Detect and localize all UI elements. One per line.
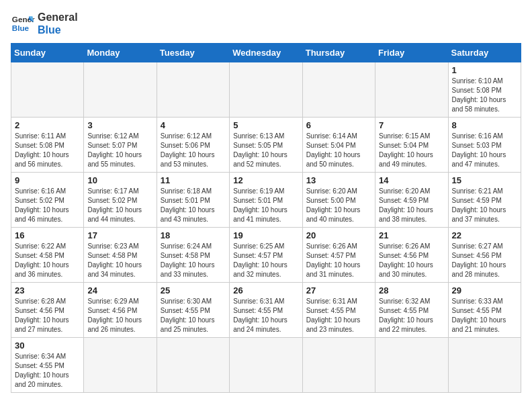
- calendar-cell: [157, 338, 229, 393]
- day-info: Sunrise: 6:12 AM Sunset: 5:06 PM Dayligh…: [161, 132, 226, 169]
- day-number: 14: [379, 175, 444, 185]
- day-info: Sunrise: 6:29 AM Sunset: 4:56 PM Dayligh…: [87, 297, 152, 334]
- calendar-cell: [84, 338, 157, 393]
- calendar-cell: 13Sunrise: 6:20 AM Sunset: 5:00 PM Dayli…: [302, 173, 375, 228]
- weekday-header-sunday: Sunday: [11, 44, 84, 62]
- calendar-cell: 19Sunrise: 6:25 AM Sunset: 4:57 PM Dayli…: [230, 228, 302, 283]
- day-number: 17: [87, 230, 152, 240]
- calendar-cell: 15Sunrise: 6:21 AM Sunset: 4:59 PM Dayli…: [448, 173, 521, 228]
- calendar-cell: 11Sunrise: 6:18 AM Sunset: 5:01 PM Dayli…: [157, 173, 229, 228]
- day-number: 13: [306, 175, 371, 185]
- day-info: Sunrise: 6:27 AM Sunset: 4:56 PM Dayligh…: [452, 242, 517, 279]
- day-number: 2: [15, 120, 80, 130]
- weekday-header-wednesday: Wednesday: [230, 44, 302, 62]
- calendar-cell: 4Sunrise: 6:12 AM Sunset: 5:06 PM Daylig…: [157, 118, 229, 173]
- day-number: 25: [161, 285, 226, 295]
- calendar-cell: 5Sunrise: 6:13 AM Sunset: 5:05 PM Daylig…: [230, 118, 302, 173]
- day-info: Sunrise: 6:34 AM Sunset: 4:55 PM Dayligh…: [15, 352, 80, 390]
- calendar-cell: [84, 62, 157, 118]
- day-info: Sunrise: 6:20 AM Sunset: 4:59 PM Dayligh…: [379, 187, 444, 224]
- day-info: Sunrise: 6:26 AM Sunset: 4:57 PM Dayligh…: [306, 242, 371, 279]
- calendar-cell: 2Sunrise: 6:11 AM Sunset: 5:08 PM Daylig…: [11, 118, 84, 173]
- calendar-cell: 30Sunrise: 6:34 AM Sunset: 4:55 PM Dayli…: [11, 338, 84, 393]
- calendar-cell: 18Sunrise: 6:24 AM Sunset: 4:58 PM Dayli…: [157, 228, 229, 283]
- day-info: Sunrise: 6:16 AM Sunset: 5:02 PM Dayligh…: [15, 187, 80, 224]
- calendar-cell: [375, 338, 448, 393]
- day-number: 15: [452, 175, 517, 185]
- day-number: 16: [15, 230, 80, 240]
- day-number: 11: [161, 175, 226, 185]
- day-number: 8: [452, 120, 517, 130]
- calendar-cell: 20Sunrise: 6:26 AM Sunset: 4:57 PM Dayli…: [302, 228, 375, 283]
- calendar-cell: 10Sunrise: 6:17 AM Sunset: 5:02 PM Dayli…: [84, 173, 157, 228]
- day-info: Sunrise: 6:24 AM Sunset: 4:58 PM Dayligh…: [161, 242, 226, 279]
- calendar-cell: 9Sunrise: 6:16 AM Sunset: 5:02 PM Daylig…: [11, 173, 84, 228]
- day-info: Sunrise: 6:18 AM Sunset: 5:01 PM Dayligh…: [161, 187, 226, 224]
- day-info: Sunrise: 6:11 AM Sunset: 5:08 PM Dayligh…: [15, 132, 80, 169]
- day-info: Sunrise: 6:32 AM Sunset: 4:55 PM Dayligh…: [379, 297, 444, 334]
- day-number: 20: [306, 230, 371, 240]
- day-info: Sunrise: 6:25 AM Sunset: 4:57 PM Dayligh…: [233, 242, 298, 279]
- day-number: 28: [379, 285, 444, 295]
- calendar-cell: 23Sunrise: 6:28 AM Sunset: 4:56 PM Dayli…: [11, 283, 84, 338]
- day-info: Sunrise: 6:31 AM Sunset: 4:55 PM Dayligh…: [306, 297, 371, 334]
- day-info: Sunrise: 6:13 AM Sunset: 5:05 PM Dayligh…: [233, 132, 298, 169]
- logo-blue: Blue: [38, 24, 78, 36]
- calendar-cell: 26Sunrise: 6:31 AM Sunset: 4:55 PM Dayli…: [230, 283, 302, 338]
- calendar-cell: 27Sunrise: 6:31 AM Sunset: 4:55 PM Dayli…: [302, 283, 375, 338]
- calendar-cell: [448, 338, 521, 393]
- day-number: 7: [379, 120, 444, 130]
- logo-icon: General Blue: [11, 11, 35, 36]
- calendar-cell: 24Sunrise: 6:29 AM Sunset: 4:56 PM Dayli…: [84, 283, 157, 338]
- calendar-cell: 17Sunrise: 6:23 AM Sunset: 4:58 PM Dayli…: [84, 228, 157, 283]
- calendar-cell: [230, 338, 302, 393]
- day-number: 21: [379, 230, 444, 240]
- calendar-cell: 25Sunrise: 6:30 AM Sunset: 4:55 PM Dayli…: [157, 283, 229, 338]
- day-number: 12: [233, 175, 298, 185]
- logo: General Blue General Blue: [11, 11, 78, 36]
- day-number: 9: [15, 175, 80, 185]
- day-info: Sunrise: 6:33 AM Sunset: 4:55 PM Dayligh…: [452, 297, 517, 334]
- calendar: SundayMondayTuesdayWednesdayThursdayFrid…: [11, 43, 521, 393]
- weekday-header-thursday: Thursday: [302, 44, 375, 62]
- calendar-cell: 14Sunrise: 6:20 AM Sunset: 4:59 PM Dayli…: [375, 173, 448, 228]
- calendar-row-0: 1Sunrise: 6:10 AM Sunset: 5:08 PM Daylig…: [11, 62, 521, 118]
- calendar-cell: 28Sunrise: 6:32 AM Sunset: 4:55 PM Dayli…: [375, 283, 448, 338]
- svg-text:Blue: Blue: [12, 24, 30, 32]
- calendar-row-1: 2Sunrise: 6:11 AM Sunset: 5:08 PM Daylig…: [11, 118, 521, 173]
- calendar-row-3: 16Sunrise: 6:22 AM Sunset: 4:58 PM Dayli…: [11, 228, 521, 283]
- day-number: 4: [161, 120, 226, 130]
- weekday-header-saturday: Saturday: [448, 44, 521, 62]
- day-number: 19: [233, 230, 298, 240]
- calendar-cell: [302, 338, 375, 393]
- weekday-header-row: SundayMondayTuesdayWednesdayThursdayFrid…: [11, 44, 521, 62]
- calendar-cell: [157, 62, 229, 118]
- day-number: 3: [87, 120, 152, 130]
- header: General Blue General Blue: [11, 11, 521, 36]
- calendar-cell: [302, 62, 375, 118]
- day-info: Sunrise: 6:26 AM Sunset: 4:56 PM Dayligh…: [379, 242, 444, 279]
- day-info: Sunrise: 6:28 AM Sunset: 4:56 PM Dayligh…: [15, 297, 80, 334]
- day-info: Sunrise: 6:22 AM Sunset: 4:58 PM Dayligh…: [15, 242, 80, 279]
- day-number: 23: [15, 285, 80, 295]
- calendar-cell: 22Sunrise: 6:27 AM Sunset: 4:56 PM Dayli…: [448, 228, 521, 283]
- day-number: 27: [306, 285, 371, 295]
- weekday-header-tuesday: Tuesday: [157, 44, 229, 62]
- day-number: 18: [161, 230, 226, 240]
- day-info: Sunrise: 6:16 AM Sunset: 5:03 PM Dayligh…: [452, 132, 517, 169]
- day-number: 30: [15, 340, 80, 351]
- day-info: Sunrise: 6:20 AM Sunset: 5:00 PM Dayligh…: [306, 187, 371, 224]
- calendar-row-4: 23Sunrise: 6:28 AM Sunset: 4:56 PM Dayli…: [11, 283, 521, 338]
- calendar-cell: 21Sunrise: 6:26 AM Sunset: 4:56 PM Dayli…: [375, 228, 448, 283]
- calendar-cell: 6Sunrise: 6:14 AM Sunset: 5:04 PM Daylig…: [302, 118, 375, 173]
- logo-general: General: [38, 11, 78, 24]
- calendar-cell: 7Sunrise: 6:15 AM Sunset: 5:04 PM Daylig…: [375, 118, 448, 173]
- calendar-cell: 16Sunrise: 6:22 AM Sunset: 4:58 PM Dayli…: [11, 228, 84, 283]
- calendar-cell: 12Sunrise: 6:19 AM Sunset: 5:01 PM Dayli…: [230, 173, 302, 228]
- day-number: 5: [233, 120, 298, 130]
- day-info: Sunrise: 6:12 AM Sunset: 5:07 PM Dayligh…: [87, 132, 152, 169]
- day-number: 10: [87, 175, 152, 185]
- calendar-cell: [11, 62, 84, 118]
- calendar-cell: 29Sunrise: 6:33 AM Sunset: 4:55 PM Dayli…: [448, 283, 521, 338]
- day-number: 6: [306, 120, 371, 130]
